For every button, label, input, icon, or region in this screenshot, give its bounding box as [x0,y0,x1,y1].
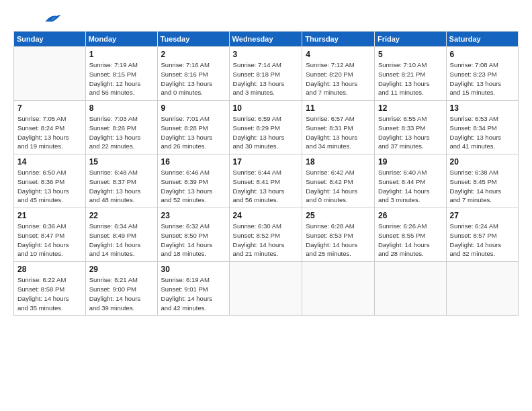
day-info: Sunrise: 7:03 AMSunset: 8:26 PMDaylight:… [89,114,154,151]
day-number: 1 [89,50,154,59]
day-info: Sunrise: 6:28 AMSunset: 8:53 PMDaylight:… [306,222,371,259]
calendar-cell: 25Sunrise: 6:28 AMSunset: 8:53 PMDayligh… [302,208,375,262]
day-number: 19 [378,157,443,167]
calendar-cell: 29Sunrise: 6:21 AMSunset: 9:00 PMDayligh… [85,262,157,316]
day-number: 24 [233,211,299,220]
calendar-header-thursday: Thursday [302,32,375,47]
day-info: Sunrise: 6:34 AMSunset: 8:49 PMDaylight:… [89,222,154,259]
day-info: Sunrise: 6:26 AMSunset: 8:55 PMDaylight:… [378,222,443,259]
day-number: 11 [306,103,371,113]
day-number: 23 [161,211,226,220]
calendar-cell: 17Sunrise: 6:44 AMSunset: 8:41 PMDayligh… [229,154,302,208]
calendar-cell: 14Sunrise: 6:50 AMSunset: 8:36 PMDayligh… [14,154,86,208]
day-number: 9 [161,103,226,113]
calendar-cell: 28Sunrise: 6:22 AMSunset: 8:58 PMDayligh… [14,262,86,316]
calendar-cell [374,262,446,316]
day-number: 26 [378,211,443,220]
day-info: Sunrise: 6:24 AMSunset: 8:57 PMDaylight:… [450,222,515,259]
day-number: 16 [161,157,226,167]
calendar-cell: 20Sunrise: 6:38 AMSunset: 8:45 PMDayligh… [446,154,518,208]
calendar-header-tuesday: Tuesday [157,32,229,47]
day-info: Sunrise: 6:40 AMSunset: 8:44 PMDaylight:… [378,168,443,205]
calendar-cell [446,262,518,316]
calendar-cell: 16Sunrise: 6:46 AMSunset: 8:39 PMDayligh… [157,154,229,208]
day-info: Sunrise: 6:46 AMSunset: 8:39 PMDaylight:… [161,168,226,205]
day-info: Sunrise: 6:42 AMSunset: 8:42 PMDaylight:… [306,168,371,205]
calendar-header-row: SundayMondayTuesdayWednesdayThursdayFrid… [14,32,519,47]
day-number: 18 [306,157,371,167]
day-info: Sunrise: 6:30 AMSunset: 8:52 PMDaylight:… [233,222,299,259]
day-info: Sunrise: 6:36 AMSunset: 8:47 PMDaylight:… [17,222,82,259]
calendar-cell: 11Sunrise: 6:57 AMSunset: 8:31 PMDayligh… [302,101,375,154]
day-number: 29 [89,265,154,274]
day-info: Sunrise: 6:50 AMSunset: 8:36 PMDaylight:… [17,168,82,205]
day-number: 30 [161,265,226,274]
calendar-cell: 23Sunrise: 6:32 AMSunset: 8:50 PMDayligh… [157,208,229,262]
day-info: Sunrise: 6:53 AMSunset: 8:34 PMDaylight:… [450,114,515,151]
day-number: 27 [450,211,515,220]
day-number: 15 [89,157,154,167]
day-number: 22 [89,211,154,220]
calendar-cell: 15Sunrise: 6:48 AMSunset: 8:37 PMDayligh… [85,154,157,208]
day-number: 6 [450,50,515,59]
logo [13,12,62,27]
day-info: Sunrise: 6:48 AMSunset: 8:37 PMDaylight:… [89,168,154,205]
day-number: 7 [17,103,82,113]
calendar-cell: 5Sunrise: 7:10 AMSunset: 8:21 PMDaylight… [374,47,446,101]
day-info: Sunrise: 7:12 AMSunset: 8:20 PMDaylight:… [306,60,371,97]
calendar-header-saturday: Saturday [446,32,518,47]
header [13,12,519,27]
day-info: Sunrise: 6:38 AMSunset: 8:45 PMDaylight:… [450,168,515,205]
calendar-cell: 6Sunrise: 7:08 AMSunset: 8:23 PMDaylight… [446,47,518,101]
calendar-cell: 1Sunrise: 7:19 AMSunset: 8:15 PMDaylight… [85,47,157,101]
day-info: Sunrise: 6:44 AMSunset: 8:41 PMDaylight:… [233,168,299,205]
calendar-cell [302,262,375,316]
calendar-cell: 8Sunrise: 7:03 AMSunset: 8:26 PMDaylight… [85,101,157,154]
day-info: Sunrise: 6:57 AMSunset: 8:31 PMDaylight:… [306,114,371,151]
calendar-cell: 27Sunrise: 6:24 AMSunset: 8:57 PMDayligh… [446,208,518,262]
day-number: 10 [233,103,299,113]
calendar-cell [229,262,302,316]
calendar-week-1: 1Sunrise: 7:19 AMSunset: 8:15 PMDaylight… [14,47,519,101]
calendar-cell: 7Sunrise: 7:05 AMSunset: 8:24 PMDaylight… [14,101,86,154]
calendar-cell: 18Sunrise: 6:42 AMSunset: 8:42 PMDayligh… [302,154,375,208]
day-number: 5 [378,50,443,59]
day-number: 28 [17,265,82,274]
day-number: 13 [450,103,515,113]
page: SundayMondayTuesdayWednesdayThursdayFrid… [0,0,532,322]
calendar-week-5: 28Sunrise: 6:22 AMSunset: 8:58 PMDayligh… [14,262,519,316]
day-number: 8 [89,103,154,113]
calendar-cell [14,47,86,101]
logo-bird-icon [43,12,62,24]
day-info: Sunrise: 7:16 AMSunset: 8:16 PMDaylight:… [161,60,226,97]
calendar-cell: 13Sunrise: 6:53 AMSunset: 8:34 PMDayligh… [446,101,518,154]
calendar-header-monday: Monday [85,32,157,47]
day-number: 21 [17,211,82,220]
calendar-header-sunday: Sunday [14,32,86,47]
day-number: 4 [306,50,371,59]
calendar-cell: 4Sunrise: 7:12 AMSunset: 8:20 PMDaylight… [302,47,375,101]
day-number: 17 [233,157,299,167]
calendar-week-4: 21Sunrise: 6:36 AMSunset: 8:47 PMDayligh… [14,208,519,262]
day-info: Sunrise: 7:14 AMSunset: 8:18 PMDaylight:… [233,60,299,97]
day-number: 14 [17,157,82,167]
calendar-cell: 3Sunrise: 7:14 AMSunset: 8:18 PMDaylight… [229,47,302,101]
calendar-table: SundayMondayTuesdayWednesdayThursdayFrid… [13,31,519,316]
day-number: 25 [306,211,371,220]
calendar-cell: 10Sunrise: 6:59 AMSunset: 8:29 PMDayligh… [229,101,302,154]
day-info: Sunrise: 6:59 AMSunset: 8:29 PMDaylight:… [233,114,299,151]
calendar-header-wednesday: Wednesday [229,32,302,47]
calendar-cell: 24Sunrise: 6:30 AMSunset: 8:52 PMDayligh… [229,208,302,262]
calendar-cell: 12Sunrise: 6:55 AMSunset: 8:33 PMDayligh… [374,101,446,154]
calendar-cell: 19Sunrise: 6:40 AMSunset: 8:44 PMDayligh… [374,154,446,208]
day-info: Sunrise: 6:21 AMSunset: 9:00 PMDaylight:… [89,275,154,312]
calendar-cell: 2Sunrise: 7:16 AMSunset: 8:16 PMDaylight… [157,47,229,101]
day-info: Sunrise: 6:19 AMSunset: 9:01 PMDaylight:… [161,275,226,312]
day-number: 20 [450,157,515,167]
calendar-cell: 22Sunrise: 6:34 AMSunset: 8:49 PMDayligh… [85,208,157,262]
calendar-week-2: 7Sunrise: 7:05 AMSunset: 8:24 PMDaylight… [14,101,519,154]
day-number: 12 [378,103,443,113]
day-info: Sunrise: 6:32 AMSunset: 8:50 PMDaylight:… [161,222,226,259]
calendar-cell: 26Sunrise: 6:26 AMSunset: 8:55 PMDayligh… [374,208,446,262]
day-info: Sunrise: 7:05 AMSunset: 8:24 PMDaylight:… [17,114,82,151]
